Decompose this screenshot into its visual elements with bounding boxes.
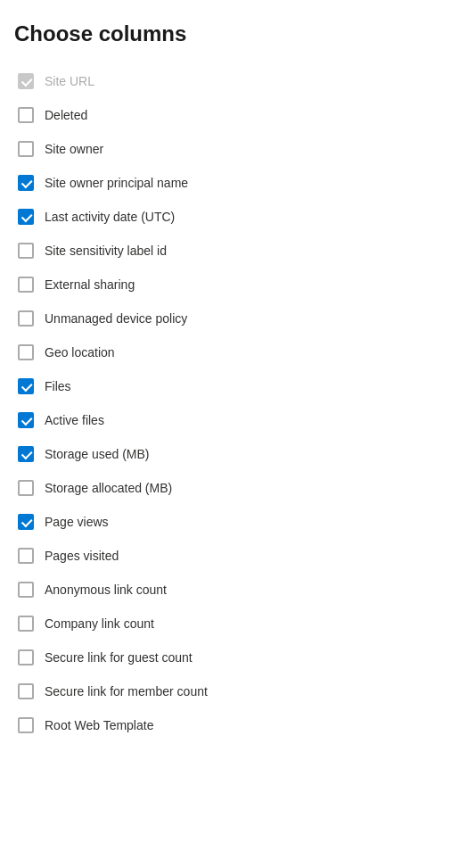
checkbox-root-web-template[interactable]	[18, 717, 34, 733]
column-item-site-owner-principal-name[interactable]: Site owner principal name	[14, 166, 437, 200]
label-geo-location: Geo location	[45, 345, 115, 360]
label-site-sensitivity-label-id: Site sensitivity label id	[45, 244, 167, 258]
column-item-geo-location[interactable]: Geo location	[14, 335, 437, 369]
checkbox-external-sharing[interactable]	[18, 277, 34, 293]
column-item-storage-used[interactable]: Storage used (MB)	[14, 437, 437, 471]
column-item-unmanaged-device-policy[interactable]: Unmanaged device policy	[14, 302, 437, 335]
checkbox-files[interactable]	[18, 378, 34, 394]
checkbox-pages-visited[interactable]	[18, 548, 34, 564]
label-last-activity-date: Last activity date (UTC)	[45, 210, 175, 224]
column-item-external-sharing[interactable]: External sharing	[14, 268, 437, 302]
checkbox-deleted[interactable]	[18, 107, 34, 123]
label-secure-link-member-count: Secure link for member count	[45, 684, 208, 699]
label-files: Files	[45, 379, 71, 393]
label-site-owner: Site owner	[45, 142, 103, 156]
label-storage-used: Storage used (MB)	[45, 447, 150, 461]
column-item-page-views[interactable]: Page views	[14, 505, 437, 539]
checkbox-storage-allocated[interactable]	[18, 480, 34, 496]
label-storage-allocated: Storage allocated (MB)	[45, 481, 172, 495]
column-item-root-web-template[interactable]: Root Web Template	[14, 708, 437, 742]
checkbox-company-link-count[interactable]	[18, 616, 34, 632]
label-secure-link-guest-count: Secure link for guest count	[45, 650, 193, 665]
column-item-last-activity-date[interactable]: Last activity date (UTC)	[14, 200, 437, 234]
label-pages-visited: Pages visited	[45, 549, 119, 563]
label-company-link-count: Company link count	[45, 616, 154, 631]
checkbox-anonymous-link-count[interactable]	[18, 582, 34, 598]
checkbox-unmanaged-device-policy[interactable]	[18, 310, 34, 327]
checkbox-storage-used[interactable]	[18, 446, 34, 462]
column-item-site-url[interactable]: Site URL	[14, 64, 437, 98]
label-site-owner-principal-name: Site owner principal name	[45, 176, 188, 190]
column-list: Site URLDeletedSite ownerSite owner prin…	[14, 64, 437, 742]
label-external-sharing: External sharing	[45, 277, 135, 292]
column-item-site-sensitivity-label-id[interactable]: Site sensitivity label id	[14, 234, 437, 268]
column-item-deleted[interactable]: Deleted	[14, 98, 437, 132]
checkbox-last-activity-date[interactable]	[18, 209, 34, 225]
page-title: Choose columns	[14, 21, 437, 46]
column-item-active-files[interactable]: Active files	[14, 403, 437, 437]
column-item-site-owner[interactable]: Site owner	[14, 132, 437, 166]
label-deleted: Deleted	[45, 108, 87, 122]
column-item-files[interactable]: Files	[14, 369, 437, 403]
column-item-company-link-count[interactable]: Company link count	[14, 607, 437, 641]
label-site-url: Site URL	[45, 74, 94, 88]
column-item-storage-allocated[interactable]: Storage allocated (MB)	[14, 471, 437, 505]
checkbox-site-owner-principal-name[interactable]	[18, 175, 34, 191]
column-item-secure-link-guest-count[interactable]: Secure link for guest count	[14, 641, 437, 674]
label-anonymous-link-count: Anonymous link count	[45, 583, 167, 597]
checkbox-geo-location[interactable]	[18, 344, 34, 360]
checkbox-site-sensitivity-label-id[interactable]	[18, 243, 34, 259]
label-unmanaged-device-policy: Unmanaged device policy	[45, 311, 187, 326]
column-item-secure-link-member-count[interactable]: Secure link for member count	[14, 674, 437, 708]
checkbox-secure-link-guest-count[interactable]	[18, 649, 34, 665]
column-item-anonymous-link-count[interactable]: Anonymous link count	[14, 573, 437, 607]
column-item-pages-visited[interactable]: Pages visited	[14, 539, 437, 573]
label-active-files: Active files	[45, 413, 104, 427]
checkbox-page-views[interactable]	[18, 514, 34, 530]
checkbox-active-files[interactable]	[18, 412, 34, 428]
checkbox-site-owner[interactable]	[18, 141, 34, 157]
checkbox-secure-link-member-count[interactable]	[18, 683, 34, 699]
label-root-web-template: Root Web Template	[45, 718, 153, 732]
checkbox-site-url[interactable]	[18, 73, 34, 89]
label-page-views: Page views	[45, 515, 109, 529]
